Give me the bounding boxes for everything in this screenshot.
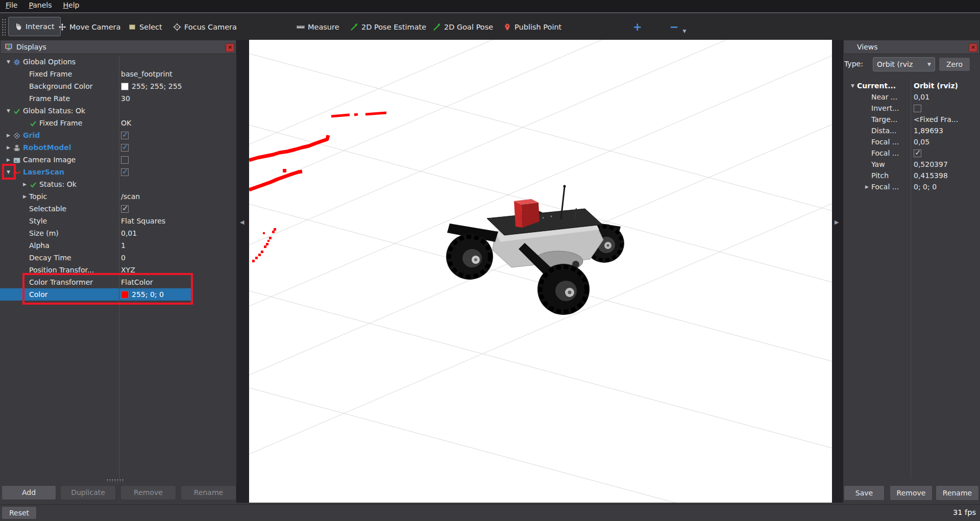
- checkbox[interactable]: [914, 105, 921, 112]
- zero-button[interactable]: Zero: [939, 57, 970, 71]
- tool-2d-pose-estimate[interactable]: 2D Pose Estimate: [350, 19, 426, 35]
- tool-interact[interactable]: Interact: [8, 17, 61, 36]
- row-fixed-frame[interactable]: Fixed Framebase_footprint: [0, 68, 193, 80]
- tool-[interactable]: −▼: [670, 19, 687, 35]
- property-name: Style: [29, 217, 47, 225]
- tool-[interactable]: +: [633, 19, 642, 35]
- reset-button[interactable]: Reset: [2, 506, 37, 519]
- property-name: Position Transfor...: [29, 266, 94, 274]
- collapse-right-icon[interactable]: ▶: [835, 219, 839, 226]
- checkbox[interactable]: [121, 156, 129, 164]
- row-fixed-frame[interactable]: Fixed FrameOK: [0, 117, 193, 129]
- displays-splitter-handle[interactable]: [106, 479, 124, 482]
- color-swatch[interactable]: [121, 291, 129, 299]
- tool-measure[interactable]: Measure: [297, 19, 339, 35]
- row-global-options[interactable]: ▼Global Options: [0, 56, 193, 68]
- checkbox[interactable]: ✓: [121, 168, 129, 176]
- row-color[interactable]: Color255; 0; 0: [0, 288, 193, 301]
- checkbox[interactable]: ✓: [121, 132, 129, 139]
- property-value: 0,05: [914, 138, 929, 146]
- rename-view-button[interactable]: Rename: [936, 485, 979, 501]
- views-column-divider[interactable]: [911, 80, 911, 479]
- color-swatch[interactable]: [121, 83, 129, 90]
- row-grid[interactable]: ▶Grid✓: [0, 129, 193, 141]
- tool-label: +: [633, 21, 642, 33]
- camera-icon: [13, 156, 21, 164]
- add-button[interactable]: Add: [2, 485, 56, 500]
- row-camera-image[interactable]: ▶Camera Image: [0, 154, 193, 166]
- collapse-arrow-icon[interactable]: ▶: [863, 184, 871, 189]
- row-near[interactable]: Near ...0,01: [843, 91, 980, 103]
- row-decay-time[interactable]: Decay Time0: [0, 252, 193, 264]
- row-size-m[interactable]: Size (m)0,01: [0, 227, 193, 239]
- property-name: LaserScan: [23, 168, 64, 176]
- collapse-arrow-icon[interactable]: ▶: [20, 194, 29, 199]
- row-topic[interactable]: ▶Topic/scan: [0, 190, 193, 203]
- displays-close-icon[interactable]: ×: [226, 43, 234, 52]
- expand-arrow-icon[interactable]: ▼: [848, 83, 857, 88]
- property-name: Frame Rate: [29, 94, 70, 103]
- pose-icon: [433, 23, 441, 31]
- robot-model: [446, 185, 624, 315]
- collapse-left-icon[interactable]: ◀: [240, 219, 244, 226]
- menu-item-file[interactable]: File: [0, 0, 23, 10]
- row-focal[interactable]: Focal ...0,05: [843, 136, 980, 147]
- row-selectable[interactable]: Selectable✓: [0, 203, 193, 215]
- displays-panel-icon: [5, 43, 13, 51]
- checkbox[interactable]: ✓: [121, 144, 129, 152]
- right-splitter[interactable]: ▶: [832, 40, 843, 503]
- collapse-arrow-icon[interactable]: ▶: [4, 133, 13, 138]
- checkbox[interactable]: ✓: [914, 150, 921, 157]
- row-invert[interactable]: Invert...: [843, 103, 980, 114]
- row-position-transfor[interactable]: Position Transfor...XYZ: [0, 264, 193, 276]
- row-yaw[interactable]: Yaw0,520397: [843, 159, 980, 170]
- row-global-status-ok[interactable]: ▼Global Status: Ok: [0, 105, 193, 117]
- row-alpha[interactable]: Alpha1: [0, 239, 193, 252]
- tool-label: −: [670, 21, 679, 33]
- toolbar-drag-handle[interactable]: [2, 18, 6, 36]
- 3d-viewport[interactable]: [249, 40, 832, 503]
- toolbar: InteractMove CameraSelectFocus CameraMea…: [0, 12, 980, 40]
- views-close-icon[interactable]: ×: [969, 43, 977, 52]
- value-text: 0,01: [121, 229, 137, 237]
- expand-arrow-icon[interactable]: ▼: [4, 108, 13, 113]
- row-pitch[interactable]: Pitch0,415398: [843, 170, 980, 181]
- property-name: RobotModel: [23, 143, 71, 152]
- chevron-down-icon: ▼: [683, 29, 687, 35]
- row-frame-rate[interactable]: Frame Rate30: [0, 92, 193, 105]
- value-text: base_footprint: [121, 70, 173, 78]
- row-current[interactable]: ▼Current...Orbit (rviz): [843, 80, 980, 91]
- displays-column-divider[interactable]: [119, 56, 119, 479]
- collapse-arrow-icon[interactable]: ▶: [20, 182, 29, 187]
- views-type-dropdown[interactable]: Orbit (rviz ▼: [873, 57, 935, 71]
- row-targe[interactable]: Targe...<Fixed Fra...: [843, 114, 980, 125]
- tool-2d-goal-pose[interactable]: 2D Goal Pose: [433, 19, 493, 35]
- row-background-color[interactable]: Background Color255; 255; 255: [0, 80, 193, 92]
- tool-move-camera[interactable]: Move Camera: [58, 19, 120, 35]
- tool-focus-camera[interactable]: Focus Camera: [173, 19, 237, 35]
- expand-arrow-icon[interactable]: ▼: [4, 169, 13, 175]
- checkbox[interactable]: ✓: [121, 205, 129, 213]
- tool-select[interactable]: Select: [128, 19, 162, 35]
- row-focal[interactable]: Focal ...✓: [843, 147, 980, 159]
- select-icon: [128, 23, 136, 31]
- property-name: Focal ...: [871, 183, 899, 191]
- save-view-button[interactable]: Save: [844, 485, 885, 501]
- row-robotmodel[interactable]: ▶RobotModel✓: [0, 141, 193, 154]
- menu-item-help[interactable]: Help: [58, 0, 85, 10]
- tool-publish-point[interactable]: Publish Point: [503, 19, 561, 35]
- row-focal[interactable]: ▶Focal ...0; 0; 0: [843, 181, 980, 192]
- row-status-ok[interactable]: ▶Status: Ok: [0, 178, 193, 190]
- expand-arrow-icon[interactable]: ▼: [4, 59, 13, 64]
- value-text: Flat Squares: [121, 217, 165, 225]
- collapse-arrow-icon[interactable]: ▶: [4, 145, 13, 150]
- row-style[interactable]: StyleFlat Squares: [0, 215, 193, 227]
- row-dista[interactable]: Dista...1,89693: [843, 125, 980, 136]
- row-color-transformer[interactable]: Color TransformerFlatColor: [0, 276, 193, 288]
- row-laserscan[interactable]: ▼LaserScan✓: [0, 166, 193, 178]
- collapse-arrow-icon[interactable]: ▶: [4, 157, 13, 162]
- remove-view-button[interactable]: Remove: [890, 485, 933, 501]
- property-value: OK: [121, 119, 131, 127]
- left-splitter[interactable]: ◀: [236, 40, 249, 503]
- menu-item-panels[interactable]: Panels: [23, 0, 57, 10]
